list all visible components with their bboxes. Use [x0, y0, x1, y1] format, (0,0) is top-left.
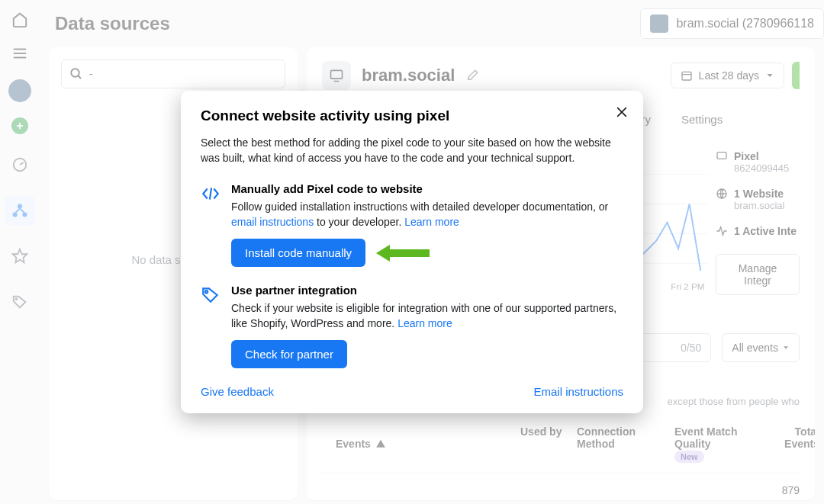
- svg-marker-33: [376, 245, 430, 262]
- learn-more-link-2[interactable]: Learn more: [398, 317, 452, 329]
- code-icon: [201, 182, 220, 267]
- modal-title: Connect website activity using pixel: [201, 108, 623, 124]
- check-for-partner-button[interactable]: Check for partner: [231, 340, 347, 368]
- close-icon[interactable]: [614, 104, 629, 120]
- option-partner: Use partner integration Check if your we…: [201, 284, 623, 368]
- option-manual-title: Manually add Pixel code to website: [231, 182, 623, 195]
- modal-description: Select the best method for adding the pi…: [201, 135, 623, 166]
- email-instructions-footer-link[interactable]: Email instructions: [533, 385, 623, 398]
- svg-line-32: [210, 188, 211, 200]
- give-feedback-link[interactable]: Give feedback: [201, 385, 274, 398]
- install-code-manually-button[interactable]: Install code manually: [231, 239, 365, 267]
- email-instructions-link[interactable]: email instructions: [231, 216, 314, 228]
- modal-overlay: Connect website activity using pixel Sel…: [0, 0, 824, 504]
- option-partner-desc: Check if your website is eligible for in…: [231, 301, 623, 331]
- connect-pixel-modal: Connect website activity using pixel Sel…: [181, 91, 643, 414]
- option-manual: Manually add Pixel code to website Follo…: [201, 182, 623, 267]
- svg-point-34: [205, 291, 208, 293]
- learn-more-link[interactable]: Learn more: [404, 216, 459, 228]
- option-partner-title: Use partner integration: [231, 284, 623, 297]
- partner-icon: [201, 284, 220, 368]
- green-arrow-annotation: [376, 245, 430, 262]
- option-manual-desc: Follow guided installation instructions …: [231, 200, 623, 230]
- modal-footer: Give feedback Email instructions: [201, 385, 623, 398]
